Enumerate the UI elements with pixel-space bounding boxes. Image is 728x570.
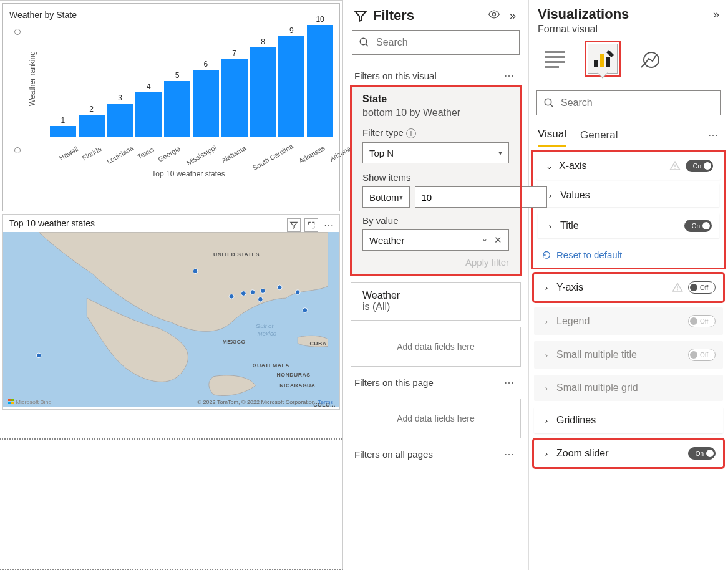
section-more-icon[interactable]: ⋯ (502, 70, 517, 82)
chevron-down-icon[interactable]: ⌄ (482, 234, 488, 246)
prop-small-multiple-grid[interactable]: › Small multiple grid (534, 375, 723, 401)
filter-card-weather[interactable]: Weather is (All) (351, 282, 521, 321)
filter-type-select[interactable]: Top N▾ (362, 142, 509, 163)
bar (250, 47, 276, 137)
chevron-right-icon: › (541, 449, 551, 458)
svg-rect-21 (11, 399, 14, 401)
visibility-icon[interactable] (487, 8, 501, 24)
show-items-label: Show items (362, 172, 509, 183)
svg-text:Gulf of: Gulf of (256, 322, 274, 329)
chevron-down-icon: ▾ (498, 148, 502, 157)
svg-point-7 (277, 285, 282, 290)
prop-title[interactable]: › Title On (538, 213, 719, 238)
svg-rect-29 (545, 66, 559, 68)
format-search-input[interactable] (560, 97, 714, 109)
xaxis-group: ⌄ X-axis On › Values › Title On Reset to… (533, 152, 724, 268)
clear-icon[interactable]: ✕ (494, 234, 502, 246)
svg-point-5 (260, 289, 265, 294)
visualizations-pane: Visualizations » Format visual Visual Ge… (529, 0, 728, 570)
svg-text:NICARAGUA: NICARAGUA (279, 382, 316, 389)
viz-pane-title: Visualizations (538, 6, 713, 22)
filter-summary: is (All) (362, 301, 509, 312)
viz-pane-subheader: Format visual (529, 24, 728, 39)
svg-text:MEXICO: MEXICO (223, 339, 246, 345)
section-visual-filters: Filters on this visual (354, 70, 502, 81)
bar (221, 59, 248, 137)
apply-filter-button[interactable]: Apply filter (362, 257, 509, 268)
show-items-direction-select[interactable]: Bottom▾ (362, 186, 410, 208)
map-provider-logo: Microsoft Bing (8, 399, 52, 405)
filter-field-name: Weather (362, 290, 509, 301)
chevron-right-icon: › (541, 283, 551, 292)
prop-values[interactable]: › Values (538, 183, 719, 207)
analytics-tab-icon[interactable] (635, 44, 665, 74)
collapse-pane-icon[interactable]: » (506, 9, 520, 22)
svg-point-24 (493, 12, 496, 16)
by-value-field[interactable]: Weather ⌄ ✕ (362, 229, 509, 251)
svg-rect-23 (11, 402, 14, 404)
section-more-icon[interactable]: ⋯ (502, 448, 517, 460)
svg-point-8 (295, 290, 300, 295)
bar (307, 25, 333, 137)
svg-text:GUATEMALA: GUATEMALA (253, 362, 289, 369)
toggle-title[interactable]: On (684, 220, 712, 232)
toggle-sm-title: Off (688, 349, 716, 361)
tab-general[interactable]: General (580, 124, 618, 147)
toggle-legend: Off (688, 315, 716, 327)
prop-gridlines[interactable]: › Gridlines (534, 407, 723, 433)
search-icon (359, 37, 370, 48)
prop-y-axis[interactable]: › Y-axis Off (534, 274, 723, 301)
section-all-pages-filters: Filters on all pages (354, 449, 502, 460)
map-visual[interactable]: Top 10 weather states ⋯ UNITED STATES ME… (2, 214, 340, 410)
toggle-y-axis[interactable]: Off (688, 281, 716, 294)
bar (193, 70, 219, 137)
add-fields-drop[interactable]: Add data fields here (351, 399, 521, 438)
filter-summary: bottom 10 by Weather (362, 107, 509, 118)
svg-point-2 (229, 294, 234, 299)
by-value-label: By value (362, 215, 509, 226)
svg-rect-35 (674, 165, 676, 167)
tab-more-icon[interactable]: ⋯ (708, 129, 719, 141)
chevron-right-icon: › (541, 416, 551, 425)
svg-rect-27 (545, 56, 565, 58)
map-canvas[interactable]: UNITED STATES MEXICO Gulf of Mexico CUBA… (3, 232, 339, 407)
chevron-right-icon: › (541, 384, 551, 393)
svg-point-9 (303, 308, 308, 313)
filter-card-state[interactable]: State bottom 10 by Weather Filter typei … (351, 85, 521, 276)
add-fields-drop[interactable]: Add data fields here (351, 327, 521, 367)
section-page-filters: Filters on this page (354, 377, 502, 388)
y-axis-label: Weather ranking (28, 51, 37, 106)
filters-search[interactable] (352, 30, 520, 55)
section-more-icon[interactable]: ⋯ (502, 377, 517, 389)
prop-legend[interactable]: › Legend Off (534, 307, 723, 335)
svg-rect-20 (8, 399, 11, 401)
toggle-zoom-slider[interactable]: On (688, 447, 716, 460)
prop-x-axis[interactable]: ⌄ X-axis On (536, 152, 721, 180)
format-visual-tab-icon[interactable] (588, 44, 618, 74)
build-visual-tab-icon[interactable] (540, 44, 570, 74)
filters-search-input[interactable] (375, 36, 513, 49)
svg-point-1 (193, 269, 198, 274)
report-canvas[interactable]: Weather by State Weather ranking 1 2 3 4… (0, 0, 343, 570)
toggle-x-axis[interactable]: On (686, 160, 713, 172)
prop-small-multiple-title[interactable]: › Small multiple title Off (534, 341, 723, 369)
collapse-pane-icon[interactable]: » (713, 8, 719, 21)
filter-type-label: Filter type (362, 127, 404, 138)
svg-point-25 (360, 38, 367, 45)
svg-rect-36 (674, 168, 676, 169)
prop-zoom-slider[interactable]: › Zoom slider On (534, 440, 723, 467)
reset-to-default[interactable]: Reset to default (533, 244, 724, 265)
svg-point-34 (545, 99, 551, 105)
focus-mode-icon[interactable] (304, 218, 318, 232)
bar (278, 36, 304, 137)
terms-link[interactable]: Terms (318, 399, 334, 405)
format-search[interactable] (536, 90, 721, 115)
filter-icon[interactable] (287, 218, 301, 232)
chevron-right-icon: › (541, 317, 551, 326)
tab-visual[interactable]: Visual (538, 123, 566, 147)
search-icon (543, 97, 555, 109)
bar-chart-visual[interactable]: Weather by State Weather ranking 1 2 3 4… (2, 3, 340, 211)
info-icon[interactable]: i (406, 128, 416, 138)
more-options-icon[interactable]: ⋯ (322, 218, 336, 232)
show-items-count-input[interactable] (415, 186, 547, 208)
